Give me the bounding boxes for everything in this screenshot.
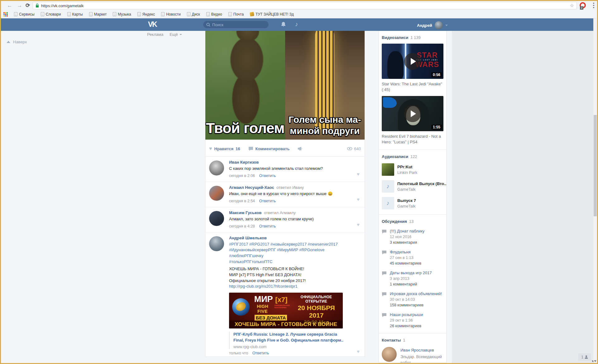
scrollbar-track[interactable] — [593, 18, 597, 363]
audios-section-header[interactable]: Аудиозаписи 122 — [382, 154, 443, 159]
comment-link[interactable]: http://rpg-club.org/ns2017hfcontestpr1 — [229, 284, 351, 290]
bookmark-market[interactable]: Маркет — [89, 12, 107, 17]
megaphone-icon — [298, 146, 303, 151]
comment-like-heart-icon[interactable]: ♥ — [357, 349, 360, 354]
play-icon[interactable] — [404, 53, 421, 70]
comment-like-heart-icon[interactable]: ♥ — [357, 197, 360, 202]
bookmarks-bar: Сервисы Словари Карты Маркет Музыка Янде… — [1, 10, 597, 18]
browser-menu-icon[interactable]: ••• — [591, 2, 596, 9]
page-icon — [41, 12, 44, 16]
comment-button[interactable]: Комментировать — [248, 146, 290, 151]
share-button[interactable] — [298, 146, 303, 151]
audio-item[interactable]: PPr:Kut Linkin Park — [382, 163, 443, 176]
comment-author[interactable]: Агмаил Несущий-Хаос — [229, 185, 274, 190]
scrollbar-thumb[interactable] — [594, 115, 597, 216]
like-button[interactable]: ♥ Нравится 16 — [209, 146, 240, 151]
search-input[interactable] — [212, 22, 262, 27]
discussion-bubble-icon — [382, 292, 387, 296]
bookmark-star-icon[interactable]: ☆ — [570, 3, 574, 8]
bookmark-disk[interactable]: Диск — [187, 12, 200, 17]
comment-like-heart-icon[interactable]: ♥ — [357, 171, 360, 177]
address-bar[interactable]: https://vk.com/gametalk ☆ — [33, 2, 577, 9]
discussion-item[interactable]: (!!!) Донат паблику 12 ноя 2016 3 коммен… — [382, 229, 443, 245]
music-icon[interactable]: ♪ — [295, 21, 298, 28]
comment-item: Агмаил Несущий-Хаос ответил Ивану Иван, … — [205, 182, 365, 207]
search-box[interactable] — [203, 21, 269, 29]
ads-more-button[interactable]: Ещё — [170, 32, 182, 37]
link-preview-title[interactable]: РПГ-Клуб Russia: Lineage 2. Лучшие серве… — [233, 332, 349, 343]
comment-author[interactable]: Иван Киргизов — [229, 160, 259, 165]
header-user-menu[interactable]: Андрей — [417, 21, 448, 29]
bookmark-yandex[interactable]: Яндекс — [137, 12, 155, 17]
page-icon — [113, 12, 116, 16]
contact-item[interactable]: Иван Ярославцев Эльдар. Всеведающий рабо… — [382, 347, 443, 363]
videos-count: 1 139 — [410, 35, 421, 40]
online-counter-widget[interactable]: 1 — [578, 353, 591, 361]
bookmark-servisy[interactable]: Сервисы — [14, 12, 35, 17]
comment-author[interactable]: Максим Гуськов — [229, 210, 261, 215]
discussion-item[interactable]: Игровая доска объявлений! 30 окт в 14:03… — [382, 291, 443, 307]
bookmark-zaitsev[interactable]: ТУТ ЗАЙЦЕВ НЕТ! Зд — [250, 12, 294, 17]
discussion-item[interactable]: Даты выхода игр 2017 3 апр 2013 1 коммен… — [382, 271, 443, 286]
discussion-item[interactable]: Наши розыгрыши 29 окт в 1:36 26 коммента… — [382, 312, 443, 328]
post-image[interactable]: Твой голем Голем сына ма- миной подруги — [205, 31, 365, 140]
bookmark-karty[interactable]: Карты — [67, 12, 83, 17]
reply-link[interactable]: Ответить — [259, 224, 276, 228]
reply-link[interactable]: Ответить — [259, 199, 276, 203]
vk-logo[interactable]: VK — [148, 20, 159, 29]
bookmark-slovari[interactable]: Словари — [41, 12, 61, 17]
bookmark-video[interactable]: Видео — [206, 12, 222, 17]
comment-like-heart-icon[interactable]: ♥ — [357, 222, 360, 227]
videos-section-header[interactable]: Видеозаписи 1 139 — [382, 35, 443, 40]
avatar[interactable] — [209, 236, 224, 251]
link-preview-domain[interactable]: www.rpg-club.com — [233, 344, 351, 349]
back-to-top-button[interactable]: Наверх — [7, 40, 27, 44]
hashtag-line[interactable]: #РПГ2017 #RPG2017 #новыйсервер2017 #news… — [229, 242, 351, 247]
contact-name[interactable]: Иван Ярославцев — [400, 347, 443, 352]
comment-author[interactable]: Андрей Шмельков — [229, 236, 267, 240]
audio-title: PPr:Kut — [397, 165, 417, 169]
page-icon — [187, 12, 190, 16]
banner-attachment[interactable]: МИР [x7] HIGH FIVE ОФИЦИАЛЬНАЯ ПЛАТФОРМА — [229, 293, 343, 328]
avatar[interactable] — [209, 160, 224, 175]
hashtag-line[interactable]: #ИдунановыйсерверРПГ #МируМИР #RPGonelov… — [229, 247, 351, 259]
contacts-count: 1 — [403, 338, 405, 342]
apps-grid-icon[interactable] — [3, 12, 8, 17]
contacts-section-header[interactable]: Контакты 1 — [382, 338, 443, 342]
comment-item: Иван Киргизов С каких пор земляной элеме… — [205, 157, 365, 182]
comment-time: только что — [229, 351, 248, 355]
discussions-count: 13 — [409, 219, 414, 224]
banner-opening-label: ОФИЦИАЛЬНОЕ ОТКРЫТИЕ — [291, 295, 341, 304]
video-title[interactable]: Resident Evil 7 biohazard - Not a Hero: … — [382, 134, 443, 145]
bookmark-muzyka[interactable]: Музыка — [113, 12, 131, 17]
person-icon — [585, 355, 588, 359]
scrollbar-down-arrow[interactable] — [594, 360, 596, 362]
audio-item[interactable]: ♪ Выпуск 7 GameTalk — [382, 197, 443, 209]
bookmark-pochta[interactable]: Почта — [228, 12, 244, 17]
avatar[interactable] — [209, 211, 224, 226]
play-icon[interactable] — [404, 105, 421, 122]
reload-icon[interactable]: ⟳ — [24, 2, 31, 9]
hashtag-line[interactable]: #толькоРПГтолькоПТС — [229, 259, 351, 265]
link-preview[interactable]: РПГ-Клуб Russia: Lineage 2. Лучшие серве… — [229, 332, 351, 349]
video-thumbnail[interactable]: STAR THE LAST JEDI WARS 0:56 — [382, 44, 443, 79]
avatar[interactable] — [209, 186, 224, 201]
reply-to-label: ответил Агмаилу — [264, 210, 296, 215]
bookmark-novosti[interactable]: Новости — [161, 12, 180, 17]
ads-label[interactable]: Реклама — [147, 32, 163, 37]
video-title[interactable]: Star Wars: The Last Jedi "Awake" (:45) — [382, 81, 443, 92]
discussions-section-header[interactable]: Обсуждения 13 — [382, 219, 443, 224]
reply-link[interactable]: Ответить — [259, 174, 276, 178]
notifications-bell-icon[interactable] — [281, 22, 286, 27]
discussion-item[interactable]: Флудильня 27 сен в 1:13 45 комментариев — [382, 250, 443, 266]
comment-text: Иван, они ещё не в курсах что у него при… — [229, 191, 351, 197]
forward-icon[interactable]: → — [16, 2, 23, 9]
reply-link[interactable]: Ответить — [252, 351, 269, 355]
audio-item[interactable]: ♪ Пилотный Выпуск (Вто... GameTalk — [382, 180, 443, 193]
discussion-bubble-icon — [382, 271, 387, 275]
ads-controls: Реклама Ещё — [147, 32, 182, 37]
extension-icon[interactable]: 2 — [580, 2, 586, 8]
url-text[interactable]: https://vk.com/gametalk — [41, 3, 570, 8]
video-thumbnail[interactable]: 1:55 — [382, 96, 443, 131]
back-icon[interactable]: ← — [6, 2, 13, 9]
